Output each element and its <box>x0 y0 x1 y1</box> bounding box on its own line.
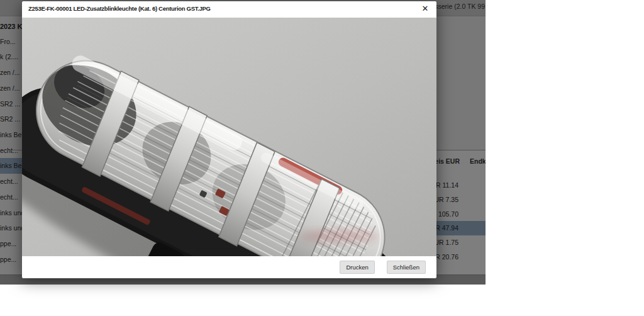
close-icon[interactable]: ✕ <box>419 3 431 15</box>
part-photo <box>22 18 436 256</box>
led-lamp-photo-illustration <box>22 18 436 256</box>
screen: Karosserie (2.0 TK 99 2023 Kar Fro... k … <box>0 0 644 316</box>
image-preview-dialog: Z253E-FK-00001 LED-Zusatzblinkleuchte (K… <box>22 1 436 278</box>
close-button[interactable]: Schließen <box>387 261 426 274</box>
dialog-title: Z253E-FK-00001 LED-Zusatzblinkleuchte (K… <box>28 5 211 12</box>
print-button[interactable]: Drucken <box>340 261 374 274</box>
dialog-header: Z253E-FK-00001 LED-Zusatzblinkleuchte (K… <box>22 1 436 18</box>
dialog-footer: Drucken Schließen <box>22 256 436 278</box>
